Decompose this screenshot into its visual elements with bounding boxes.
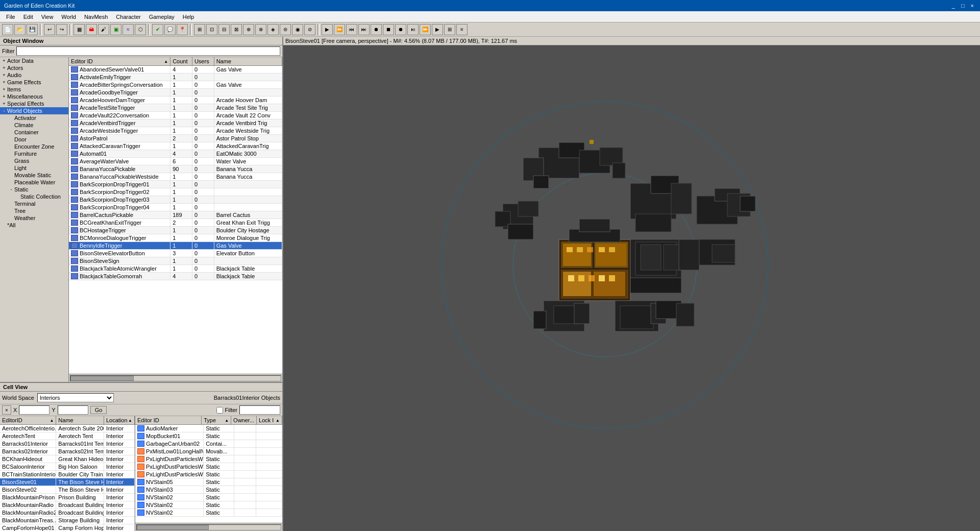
cell-left-row[interactable]: BisonSteve02 The Bison Steve H... Interi…	[0, 486, 135, 494]
menu-help[interactable]: Help	[179, 13, 199, 21]
cell-left-row[interactable]: Barracks02Interior Barracks02Int Tem... …	[0, 448, 135, 455]
cell-left-row[interactable]: BlackMountainRadio Broadcast Building...…	[0, 501, 135, 509]
toolbar-open[interactable]: 📂	[14, 24, 26, 35]
toolbar-c6[interactable]: ⏹	[383, 24, 394, 35]
table-row[interactable]: BarkScorpionDropTrigger01 1 0	[69, 181, 282, 188]
toolbar-select[interactable]: ✔	[152, 24, 163, 35]
toolbar-c11[interactable]: ⊞	[444, 24, 455, 35]
x-clear-btn[interactable]: ×	[2, 405, 11, 415]
tree-item-tree[interactable]: Tree	[0, 207, 68, 214]
tree-item-audio[interactable]: + Audio	[0, 71, 68, 79]
cell-left-row[interactable]: AerotechTent Aerotech Tent Interior	[0, 432, 135, 440]
maximize-button[interactable]: □	[959, 3, 967, 9]
tree-item-actors[interactable]: + Actors	[0, 64, 68, 71]
filter-checkbox[interactable]	[216, 407, 223, 414]
cell-right-row[interactable]: NVStain03 Static	[135, 486, 282, 494]
toolbar-b1[interactable]: ⊞	[194, 24, 205, 35]
toolbar-redo[interactable]: ↪	[56, 24, 67, 35]
table-row[interactable]: AttackedCaravanTrigger 1 0 AttackedCarav…	[69, 142, 282, 150]
toolbar-new[interactable]: 📄	[2, 24, 13, 35]
cell-col-editorid[interactable]: EditorID▲	[0, 416, 56, 424]
tree-item-light[interactable]: Light	[0, 164, 68, 172]
tree-item-items[interactable]: + Items	[0, 86, 68, 93]
tree-item-miscellaneous[interactable]: + Miscellaneous	[0, 93, 68, 100]
cell-left-row[interactable]: Barracks01Interior Barracks01Int Tem... …	[0, 440, 135, 448]
cell-left-row[interactable]: BCTrainStationInterior Boulder City Trai…	[0, 471, 135, 478]
cell-left-row[interactable]: BCSaloonInterior Big Hon Saloon Interior	[0, 463, 135, 471]
cell-right-row[interactable]: PxLightDustParticlesWide02 Static	[135, 455, 282, 463]
table-row[interactable]: ArcadeHooverDamTrigger 1 0 Arcade Hoover…	[69, 96, 282, 104]
table-row[interactable]: ArcadeBitterSpringsConversation 1 0 Gas …	[69, 81, 282, 89]
filter-input2[interactable]	[239, 405, 280, 415]
toolbar-c1[interactable]: ▶	[322, 24, 333, 35]
cright-col-lock[interactable]: Lock I▲	[257, 416, 282, 424]
table-row[interactable]: AbandonedSewerValve01 4 0 Gas Valve	[69, 66, 282, 74]
toolbar-c4[interactable]: ⏭	[358, 24, 370, 35]
tree-item-all[interactable]: *All	[0, 222, 68, 229]
cell-right-scrollbar-h[interactable]	[135, 523, 282, 531]
tree-item-static[interactable]: - Static	[0, 186, 68, 193]
cright-col-editorid[interactable]: Editor ID	[135, 416, 202, 424]
tree-item-climate[interactable]: Climate	[0, 122, 68, 129]
cell-left-row[interactable]: BlackMountainTreas... Storage Building I…	[0, 517, 135, 524]
y-input[interactable]	[58, 405, 88, 415]
toolbar-water[interactable]: ≈	[122, 24, 134, 35]
toolbar-b3[interactable]: ⊟	[218, 24, 230, 35]
toolbar-land[interactable]: 🏔	[86, 24, 97, 35]
tree-item-terminal[interactable]: Terminal	[0, 200, 68, 207]
tree-item-game-effects[interactable]: + Game Effects	[0, 79, 68, 86]
table-row[interactable]: AstorPatrol 2 0 Astor Patrol Stop	[69, 135, 282, 142]
tree-item-movable-static[interactable]: Movable Static	[0, 172, 68, 179]
filter-input[interactable]	[16, 46, 280, 56]
tree-item-container[interactable]: Container	[0, 129, 68, 136]
tree-item-world-objects[interactable]: - World Objects	[0, 107, 68, 114]
cright-col-owner[interactable]: Owner...	[231, 416, 257, 424]
col-header-users[interactable]: Users	[192, 57, 214, 65]
menu-character[interactable]: Character	[112, 13, 144, 21]
toolbar-b10[interactable]: ⊘	[304, 24, 315, 35]
menu-gameplay[interactable]: Gameplay	[145, 13, 179, 21]
tree-item-actor-data[interactable]: + Actor Data	[0, 57, 68, 64]
table-row[interactable]: BarrelCactusPickable 189 0 Barrel Cactus	[69, 211, 282, 219]
tree-item-weather[interactable]: Weather	[0, 214, 68, 222]
cell-right-row[interactable]: MopBucket01 Static	[135, 432, 282, 440]
toolbar-c8[interactable]: ⏯	[407, 24, 419, 35]
toolbar-c9[interactable]: ⏩	[420, 24, 431, 35]
table-row[interactable]: AverageWaterValve 6 0 Water Valve	[69, 158, 282, 165]
toolbar-b4[interactable]: ⊠	[231, 24, 242, 35]
table-row[interactable]: BarkScorpionDropTrigger03 1 0	[69, 196, 282, 204]
toolbar-b2[interactable]: ⊡	[206, 24, 217, 35]
go-button[interactable]: Go	[90, 406, 107, 414]
cell-left-row[interactable]: CampForlornHope01 Camp Forlorn Hope... I…	[0, 524, 135, 531]
cell-col-location[interactable]: Location▲	[104, 416, 135, 424]
toolbar-grid[interactable]: ▦	[74, 24, 85, 35]
menu-navmesh[interactable]: NavMesh	[80, 13, 112, 21]
cell-right-row[interactable]: PxLightDustParticlesWide02 Static	[135, 463, 282, 471]
toolbar-c5[interactable]: ⏺	[371, 24, 382, 35]
col-header-count[interactable]: Count	[170, 57, 192, 65]
toolbar-c2[interactable]: ⏩	[334, 24, 345, 35]
cell-left-row[interactable]: BlackMountainPrison Prison Building Inte…	[0, 494, 135, 501]
toolbar-nav[interactable]: ⬡	[135, 24, 146, 35]
toolbar-b5[interactable]: ⊕	[243, 24, 254, 35]
table-row[interactable]: ArcadeVentbirdTrigger 1 0 Arcade Ventbir…	[69, 119, 282, 127]
table-row[interactable]: BCMonroeDialogueTrigger 1 0 Monroe Dialo…	[69, 234, 282, 242]
cell-left-row[interactable]: BCKhanHideout Great Khan Hideou... Inter…	[0, 455, 135, 463]
cell-left-row[interactable]: AerotechOfficeInterio... Aerotech Suite …	[0, 425, 135, 432]
toolbar-c10[interactable]: ▶	[432, 24, 443, 35]
toolbar-b9[interactable]: ◉	[292, 24, 303, 35]
tree-item-special-effects[interactable]: + Special Effects	[0, 100, 68, 107]
toolbar-undo[interactable]: ↩	[44, 24, 55, 35]
close-button[interactable]: ×	[969, 3, 976, 9]
tree-item-grass[interactable]: Grass	[0, 157, 68, 164]
x-input[interactable]	[19, 405, 50, 415]
cell-col-name[interactable]: Name	[56, 416, 104, 424]
cell-right-row[interactable]: NVStain02 Static	[135, 509, 282, 517]
table-row[interactable]: BananaYuccaPickable 90 0 Banana Yucca	[69, 165, 282, 173]
cell-right-row[interactable]: PxLightDustParticlesWide02 Static	[135, 471, 282, 478]
toolbar-b6[interactable]: ⊗	[255, 24, 266, 35]
menu-file[interactable]: File	[2, 13, 19, 21]
table-row[interactable]: BananaYuccaPickableWestside 1 0 Banana Y…	[69, 173, 282, 181]
table-row[interactable]: ActivateEmilyTrigger 1 0	[69, 74, 282, 81]
toolbar-b7[interactable]: ◈	[267, 24, 279, 35]
